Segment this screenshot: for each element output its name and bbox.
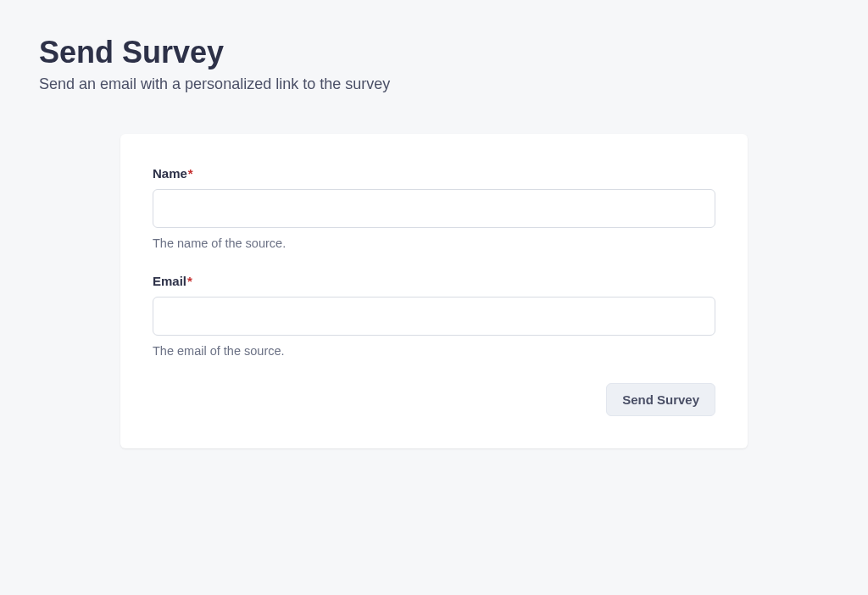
name-field-group: Name* The name of the source. [153,166,715,250]
email-input[interactable] [153,297,715,336]
name-label-text: Name [153,166,187,181]
page-subtitle: Send an email with a personalized link t… [39,75,829,93]
name-input[interactable] [153,189,715,228]
email-field-group: Email* The email of the source. [153,274,715,358]
form-actions: Send Survey [153,383,715,416]
required-asterisk-icon: * [187,274,192,288]
email-label: Email* [153,274,715,288]
email-help-text: The email of the source. [153,344,715,358]
send-survey-form: Name* The name of the source. Email* The… [120,134,748,448]
send-survey-button[interactable]: Send Survey [606,383,715,416]
name-label: Name* [153,166,715,181]
page-title: Send Survey [39,34,829,70]
email-label-text: Email [153,274,186,288]
name-help-text: The name of the source. [153,236,715,250]
required-asterisk-icon: * [188,166,193,181]
